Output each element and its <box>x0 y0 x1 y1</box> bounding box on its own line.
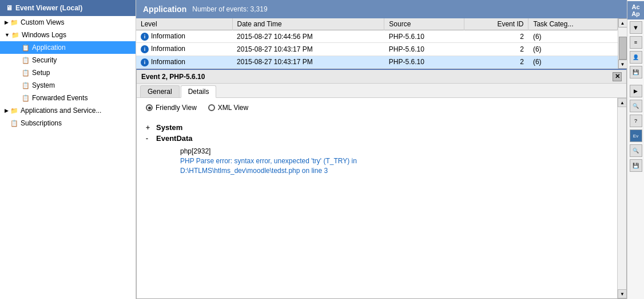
scroll-thumb[interactable] <box>619 37 627 60</box>
info-icon: i <box>141 45 149 53</box>
cell-datetime: 2015-08-27 10:43:17 PM <box>232 56 384 68</box>
expand-icon: ▶ <box>5 108 9 113</box>
tree-label: Setup <box>32 69 50 77</box>
xml-view-label: XML View <box>218 104 248 112</box>
tree-item-system[interactable]: ▶📋System <box>0 79 136 92</box>
tree-item-application[interactable]: ▶📋Application <box>0 41 136 54</box>
folder-icon: 📁 <box>11 32 19 39</box>
xml-radio[interactable] <box>208 104 215 111</box>
col-datetime: Date and Time <box>232 18 384 30</box>
cell-datetime: 2015-08-27 10:43:17 PM <box>232 43 384 56</box>
right-sidebar: AcAp ▼ ≡ 👤 💾 ▶ 🔍 ? Ev 🔍 💾 <box>627 0 644 299</box>
cell-category: (6) <box>528 56 618 68</box>
log-icon: 📋 <box>22 82 30 89</box>
sidebar-btn-2[interactable]: 👤 <box>630 51 642 64</box>
xml-view-option[interactable]: XML View <box>208 104 248 112</box>
event-data-section: + System - EventData php[2932] PHP Parse… <box>146 121 608 179</box>
cell-source: PHP-5.6.10 <box>384 30 464 43</box>
tab-general[interactable]: General <box>140 85 180 97</box>
events-table: Level Date and Time Source Event ID Task… <box>136 18 618 69</box>
tab-details[interactable]: Details <box>181 85 217 98</box>
left-panel: 🖥 Event Viewer (Local) ▶📁Custom Views▼📁W… <box>0 0 136 299</box>
dialog-close-button[interactable]: ✕ <box>613 72 622 81</box>
tree-item-windows-logs[interactable]: ▼📁Windows Logs <box>0 29 136 41</box>
eventdata-section-row: - EventData <box>146 134 608 143</box>
dialog-inner: Friendly View XML View + System <box>146 104 608 293</box>
cell-eventid: 2 <box>464 30 528 43</box>
main-area: Application Number of events: 3,319 Leve… <box>136 0 627 299</box>
tree-item-subscriptions[interactable]: ▶📋Subscriptions <box>0 117 136 129</box>
sidebar-btn-save2[interactable]: 💾 <box>630 159 642 172</box>
cell-datetime: 2015-08-27 10:44:56 PM <box>232 30 384 43</box>
tree-label: Windows Logs <box>22 31 66 39</box>
eventdata-toggle[interactable]: - <box>146 135 153 143</box>
log-icon: 📋 <box>10 120 18 127</box>
log-icon: 📋 <box>22 44 30 52</box>
table-header-row: Level Date and Time Source Event ID Task… <box>136 18 618 30</box>
scroll-down-btn[interactable]: ▼ <box>618 60 627 69</box>
event-count: Number of events: 3,319 <box>192 5 267 13</box>
log-icon: 📋 <box>22 95 30 102</box>
tree-view: ▶📁Custom Views▼📁Windows Logs▶📋Applicatio… <box>0 16 136 299</box>
tree-label: Security <box>32 56 57 64</box>
event-data-values: php[2932] PHP Parse error: syntax error,… <box>146 147 608 175</box>
event-list-title: Application <box>143 5 186 14</box>
sidebar-btn-3[interactable]: ▶ <box>630 85 642 97</box>
system-toggle[interactable]: + <box>146 124 153 132</box>
tree-item-forwarded-events[interactable]: ▶📋Forwarded Events <box>0 92 136 104</box>
data-line-1: php[2932] <box>180 147 608 155</box>
tree-item-security[interactable]: ▶📋Security <box>0 54 136 66</box>
dialog-scroll-track <box>618 107 626 289</box>
dialog-title-bar: Event 2, PHP-5.6.10 ✕ <box>137 70 626 84</box>
table-row[interactable]: iInformation 2015-08-27 10:44:56 PM PHP-… <box>136 30 618 43</box>
cell-level: iInformation <box>136 43 232 56</box>
sidebar-btn-ev[interactable]: Ev <box>630 129 642 142</box>
sidebar-btn-search2[interactable]: 🔍 <box>630 144 642 157</box>
dialog-scroll-up[interactable]: ▲ <box>618 98 626 107</box>
system-section-row: + System <box>146 123 608 132</box>
info-icon: i <box>141 58 149 66</box>
tree-label: Application <box>32 44 66 52</box>
expand-icon: ▼ <box>5 32 10 38</box>
sidebar-btn-filter[interactable]: ▼ <box>630 21 642 34</box>
dialog-scroll-down[interactable]: ▼ <box>618 289 626 298</box>
cell-level: iInformation <box>136 30 232 43</box>
sidebar-btn-help[interactable]: ? <box>630 115 642 127</box>
friendly-view-label: Friendly View <box>156 104 197 112</box>
info-icon: i <box>141 33 149 41</box>
folder-icon: 📁 <box>10 107 18 115</box>
friendly-radio[interactable] <box>146 104 153 111</box>
scroll-up-btn[interactable]: ▲ <box>618 18 627 27</box>
tree-label: Subscriptions <box>21 119 62 127</box>
cell-source: PHP-5.6.10 <box>384 56 464 68</box>
log-icon: 📋 <box>22 69 30 77</box>
col-source: Source <box>384 18 464 30</box>
sidebar-btn-search[interactable]: 🔍 <box>630 100 642 112</box>
sidebar-btn-1[interactable]: ≡ <box>630 36 642 49</box>
cell-source: PHP-5.6.10 <box>384 43 464 56</box>
app-title: Event Viewer (Local) <box>15 4 82 12</box>
dialog-tabs: General Details <box>137 84 626 98</box>
folder-icon: 📁 <box>10 19 18 26</box>
cell-level: iInformation <box>136 56 232 68</box>
cell-eventid: 2 <box>464 56 528 68</box>
table-row[interactable]: iInformation 2015-08-27 10:43:17 PM PHP-… <box>136 56 618 68</box>
system-title: System <box>156 123 182 132</box>
tree-label: Custom Views <box>21 18 64 26</box>
view-options: Friendly View XML View <box>146 104 608 112</box>
col-level: Level <box>136 18 232 30</box>
tree-label: Applications and Service... <box>21 107 101 115</box>
tree-item-apps-and-services[interactable]: ▶📁Applications and Service... <box>0 104 136 117</box>
monitor-icon: 🖥 <box>6 4 13 12</box>
table-row[interactable]: iInformation 2015-08-27 10:43:17 PM PHP-… <box>136 43 618 56</box>
eventdata-title: EventData <box>156 134 193 143</box>
table-scrollbar[interactable]: ▲ ▼ <box>618 18 627 69</box>
friendly-view-option[interactable]: Friendly View <box>146 104 197 112</box>
dialog-content: Friendly View XML View + System <box>137 98 617 298</box>
data-line-3: D:\HTLMS\htlms_dev\moodle\tedst.php on l… <box>180 167 608 175</box>
tree-item-custom-views[interactable]: ▶📁Custom Views <box>0 16 136 29</box>
tree-label: Forwarded Events <box>32 94 88 102</box>
sidebar-btn-save[interactable]: 💾 <box>630 66 642 78</box>
dialog-scrollbar[interactable]: ▲ ▼ <box>617 98 626 298</box>
tree-item-setup[interactable]: ▶📋Setup <box>0 66 136 79</box>
